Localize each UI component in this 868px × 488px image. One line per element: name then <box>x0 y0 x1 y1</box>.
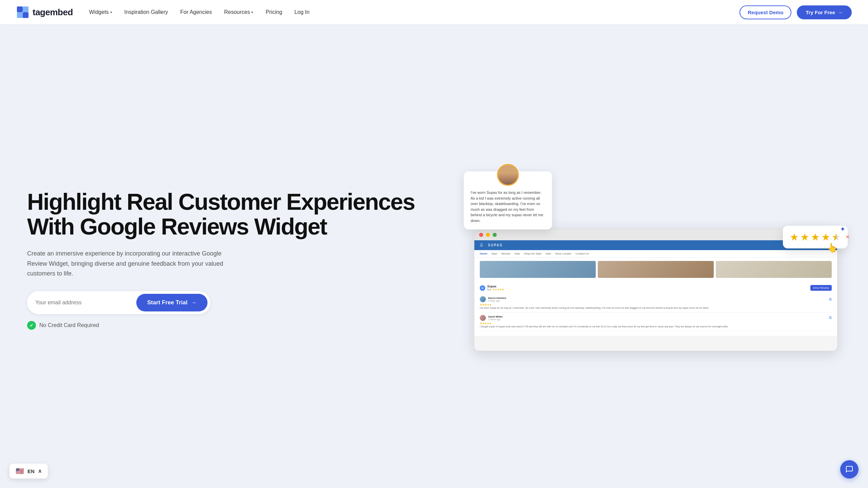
google-brand: G Supas 5.0 ★★★★★ <box>480 285 504 291</box>
language-selector[interactable]: 🇺🇸 EN ∧ <box>9 464 48 479</box>
no-credit-card-notice: ✓ No Credit Card Required <box>27 321 450 330</box>
float-reviewer-avatar <box>497 164 519 186</box>
star-4: ★ <box>821 231 830 243</box>
supas-nav-logo: SUPAS <box>488 243 503 247</box>
float-review-card: I've worn Supas for as long as I remembe… <box>464 171 552 229</box>
supas-image-2 <box>598 261 714 278</box>
nav-item-widgets[interactable]: Widgets ▾ <box>89 9 112 15</box>
google-rating-row: 5.0 ★★★★★ <box>487 288 504 291</box>
supas-nav-start: Start <box>491 252 497 255</box>
hero-section: Highlight Real Customer Experiences With… <box>0 24 868 488</box>
reviewer-2-info: Janet Miller 1 Week ago <box>480 315 503 321</box>
browser-dot-maximize <box>493 233 497 237</box>
navbar: tagembed Widgets ▾ Inspiration Gallery F… <box>0 0 868 24</box>
chevron-down-icon-2: ▾ <box>251 10 253 15</box>
google-stars: ★★★★★ <box>492 288 504 291</box>
browser-dot-close <box>479 233 483 237</box>
request-demo-button[interactable]: Request Demo <box>739 5 791 19</box>
supas-image-1 <box>480 261 596 278</box>
supas-product-images <box>474 258 837 281</box>
nav-item-login[interactable]: Log In <box>294 9 309 15</box>
supas-nav-women: Women <box>501 252 510 255</box>
review-item-1: Aaron Holmes 3 Days ago G ★★★★★ I've wor… <box>480 294 832 312</box>
svg-rect-2 <box>17 12 23 18</box>
reviewer-1-avatar <box>480 296 486 302</box>
google-g-review-1: G <box>829 298 832 301</box>
review-2-header: Janet Miller 1 Week ago G <box>480 315 832 321</box>
hero-description: Create an immersive experience by incorp… <box>27 249 224 279</box>
google-g-review-2: G <box>829 316 832 320</box>
google-header: G Supas 5.0 ★★★★★ Drive Review <box>480 285 832 291</box>
star-1: ★ <box>790 231 799 243</box>
review-2-stars: ★★★★★ <box>480 322 832 325</box>
supas-nav-home: Home <box>480 252 487 255</box>
language-code: EN <box>27 468 35 474</box>
reviewer-1-name: Aaron Holmes <box>488 297 506 300</box>
browser-dot-minimize <box>486 233 490 237</box>
reviewer-2-avatar <box>480 315 486 321</box>
arrow-icon-cta: → <box>191 299 197 306</box>
supas-nav-contact: Contact Us <box>575 252 589 255</box>
supas-nav-store: Store Locator <box>555 252 571 255</box>
arrow-icon: → <box>838 9 843 15</box>
float-review-text: I've worn Supas for as long as I remembe… <box>471 190 545 223</box>
reviewer-1-info: Aaron Holmes 3 Days ago <box>480 296 506 302</box>
supas-image-3 <box>716 261 832 278</box>
reviewer-2-name: Janet Miller <box>488 315 503 318</box>
svg-rect-0 <box>17 6 23 12</box>
browser-mockup: ☰ SUPAS 🔍 Home Start Women Kids Shop the… <box>474 229 837 351</box>
checkmark-icon: ✓ <box>27 321 36 330</box>
logo-text: tagembed <box>33 7 73 18</box>
supas-nav-sale: Sale <box>546 252 551 255</box>
nav-item-inspiration[interactable]: Inspiration Gallery <box>124 9 168 15</box>
star-5-half: ★★ <box>832 231 841 243</box>
review-2-text: I bought a pair of Supas dunk lows back … <box>480 325 832 328</box>
drive-review-button[interactable]: Drive Review <box>810 285 832 291</box>
google-brand-name: Supas <box>487 285 504 288</box>
nav-links: Widgets ▾ Inspiration Gallery For Agenci… <box>89 9 739 15</box>
google-rating-value: 5.0 <box>487 288 491 291</box>
nav-item-pricing[interactable]: Pricing <box>265 9 282 15</box>
email-form: Start Free Trial → <box>27 291 210 314</box>
close-decoration: ✕ <box>846 234 850 240</box>
hero-content-left: Highlight Real Customer Experiences With… <box>27 189 450 330</box>
supas-nav-items: Home Start Women Kids Shop the Style Sal… <box>474 250 837 258</box>
flag-icon: 🇺🇸 <box>16 467 24 475</box>
logo-icon <box>16 6 29 19</box>
supas-nav-kids: Kids <box>515 252 520 255</box>
hero-illustration: I've worn Supas for as long as I remembe… <box>471 161 841 358</box>
review-1-stars: ★★★★★ <box>480 303 832 306</box>
review-1-header: Aaron Holmes 3 Days ago G <box>480 296 832 302</box>
sparkle-decoration: ✦ <box>840 225 846 233</box>
supas-hamburger: ☰ <box>480 243 483 247</box>
chevron-down-icon: ▾ <box>110 10 112 15</box>
chat-icon <box>845 465 853 473</box>
start-free-trial-button[interactable]: Start Free Trial → <box>136 294 208 311</box>
browser-content: ☰ SUPAS 🔍 Home Start Women Kids Shop the… <box>474 240 837 336</box>
hand-cursor-icon: 👆 <box>827 243 837 253</box>
star-3: ★ <box>811 231 820 243</box>
supas-nav-style: Shop the Style <box>524 252 541 255</box>
svg-rect-3 <box>23 12 28 18</box>
star-rating-display: ★ ★ ★ ★ ★★ <box>790 231 841 243</box>
star-2: ★ <box>800 231 809 243</box>
nav-item-agencies[interactable]: For Agencies <box>180 9 212 15</box>
svg-rect-1 <box>23 6 28 12</box>
review-1-text: I've worn Supas for as long as I remembe… <box>480 306 832 310</box>
chevron-up-icon: ∧ <box>38 468 42 474</box>
reviewer-2-time: 1 Week ago <box>488 318 503 321</box>
google-g-icon: G <box>480 285 485 291</box>
nav-actions: Request Demo Try For Free → <box>739 5 852 19</box>
try-for-free-button[interactable]: Try For Free → <box>797 5 852 19</box>
email-input[interactable] <box>35 300 136 306</box>
hero-title: Highlight Real Customer Experiences With… <box>27 189 450 239</box>
review-item-2: Janet Miller 1 Week ago G ★★★★★ I bought… <box>480 312 832 331</box>
nav-item-resources[interactable]: Resources ▾ <box>224 9 253 15</box>
reviews-section: G Supas 5.0 ★★★★★ Drive Review <box>474 281 837 336</box>
reviewer-1-time: 3 Days ago <box>488 300 506 302</box>
logo-link[interactable]: tagembed <box>16 6 73 19</box>
chat-button[interactable] <box>840 460 859 479</box>
float-stars-card: ★ ★ ★ ★ ★★ ✦ ✕ 👆 <box>783 226 848 248</box>
